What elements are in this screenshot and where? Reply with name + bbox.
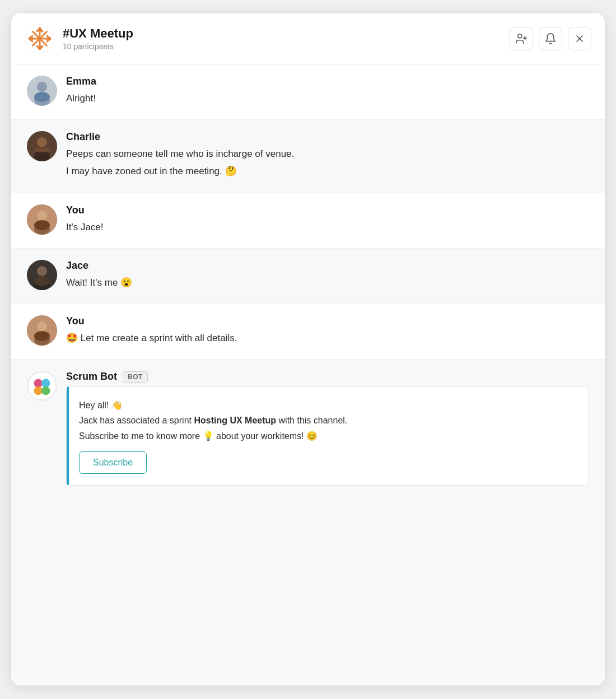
message-body-jace: Jace Wait! It's me 😮 bbox=[66, 260, 589, 292]
message-group-jace: Jace Wait! It's me 😮 bbox=[11, 249, 605, 304]
text-charlie: Peeps can someone tell me who is incharg… bbox=[66, 146, 589, 179]
svg-point-43 bbox=[34, 379, 43, 388]
header-actions bbox=[510, 27, 591, 50]
svg-point-46 bbox=[41, 386, 50, 395]
bot-sprint-name: Hosting UX Meetup bbox=[194, 416, 276, 425]
message-body-charlie: Charlie Peeps can someone tell me who is… bbox=[66, 131, 589, 181]
svg-point-37 bbox=[34, 276, 50, 286]
svg-point-45 bbox=[34, 386, 43, 395]
sender-emma: Emma bbox=[66, 76, 589, 87]
svg-point-23 bbox=[37, 82, 47, 92]
svg-point-13 bbox=[39, 30, 41, 32]
svg-point-17 bbox=[518, 34, 522, 38]
svg-point-44 bbox=[41, 379, 50, 388]
svg-point-15 bbox=[31, 38, 34, 40]
bot-badge: BOT bbox=[123, 371, 148, 383]
avatar-you-2 bbox=[27, 315, 57, 346]
message-body-you-2: You 🤩 Let me create a sprint with all de… bbox=[66, 315, 589, 348]
sender-charlie: Charlie bbox=[66, 131, 589, 143]
text-emma: Alright! bbox=[66, 91, 589, 106]
svg-point-39 bbox=[37, 321, 47, 332]
channel-name: #UX Meetup bbox=[63, 26, 510, 41]
svg-point-41 bbox=[34, 331, 50, 341]
add-member-button[interactable] bbox=[510, 27, 533, 50]
message-body-emma: Emma Alright! bbox=[66, 76, 589, 108]
avatar-you-1 bbox=[27, 204, 57, 235]
avatar-emma bbox=[27, 76, 57, 106]
sender-you-2: You bbox=[66, 315, 589, 327]
bot-line-3: Subscribe to me to know more 💡 about you… bbox=[79, 428, 576, 444]
message-body-you-1: You It's Jace! bbox=[66, 204, 589, 237]
bot-line2-post: with this channel. bbox=[276, 416, 347, 425]
svg-point-14 bbox=[39, 45, 41, 48]
sender-scrumbot: Scrum Bot BOT bbox=[66, 371, 589, 383]
message-body-scrumbot: Scrum Bot BOT Hey all! 👋 Jack has associ… bbox=[66, 371, 589, 486]
message-group-you-1: You It's Jace! bbox=[11, 193, 605, 249]
text-jace: Wait! It's me 😮 bbox=[66, 275, 589, 290]
svg-point-42 bbox=[28, 372, 56, 400]
bot-card-text: Hey all! 👋 Jack has associated a sprint … bbox=[79, 398, 576, 444]
svg-point-33 bbox=[34, 220, 50, 230]
svg-point-25 bbox=[34, 92, 50, 102]
svg-rect-29 bbox=[34, 148, 50, 152]
svg-point-16 bbox=[46, 38, 49, 40]
message-group-scrumbot: Scrum Bot BOT Hey all! 👋 Jack has associ… bbox=[11, 360, 605, 497]
messages-list: Emma Alright! Charlie Peeps bbox=[11, 64, 605, 686]
participant-count: 10 participants bbox=[63, 42, 510, 51]
avatar-scrumbot bbox=[27, 371, 57, 401]
message-group-charlie: Charlie Peeps can someone tell me who is… bbox=[11, 120, 605, 193]
notifications-button[interactable] bbox=[539, 27, 562, 50]
subscribe-button[interactable]: Subscribe bbox=[79, 451, 147, 474]
bot-line-2: Jack has associated a sprint Hosting UX … bbox=[79, 413, 576, 428]
channel-info: #UX Meetup 10 participants bbox=[63, 26, 510, 51]
chat-window: #UX Meetup 10 participants bbox=[11, 13, 605, 686]
chat-header: #UX Meetup 10 participants bbox=[11, 13, 605, 64]
bot-card: Hey all! 👋 Jack has associated a sprint … bbox=[66, 386, 589, 486]
bot-line-1: Hey all! 👋 bbox=[79, 398, 576, 413]
svg-point-35 bbox=[37, 266, 47, 276]
avatar-charlie bbox=[27, 131, 57, 161]
text-you-2: 🤩 Let me create a sprint with all detail… bbox=[66, 330, 589, 346]
message-group-you-2: You 🤩 Let me create a sprint with all de… bbox=[11, 304, 605, 360]
avatar-jace bbox=[27, 260, 57, 290]
svg-point-27 bbox=[37, 137, 47, 147]
svg-point-31 bbox=[37, 211, 47, 221]
channel-logo bbox=[25, 24, 55, 54]
sender-you-1: You bbox=[66, 204, 589, 216]
bot-line2-pre: Jack has associated a sprint bbox=[79, 416, 194, 425]
text-you-1: It's Jace! bbox=[66, 220, 589, 235]
message-group-emma: Emma Alright! bbox=[11, 64, 605, 120]
sender-jace: Jace bbox=[66, 260, 589, 272]
close-button[interactable] bbox=[568, 27, 591, 50]
